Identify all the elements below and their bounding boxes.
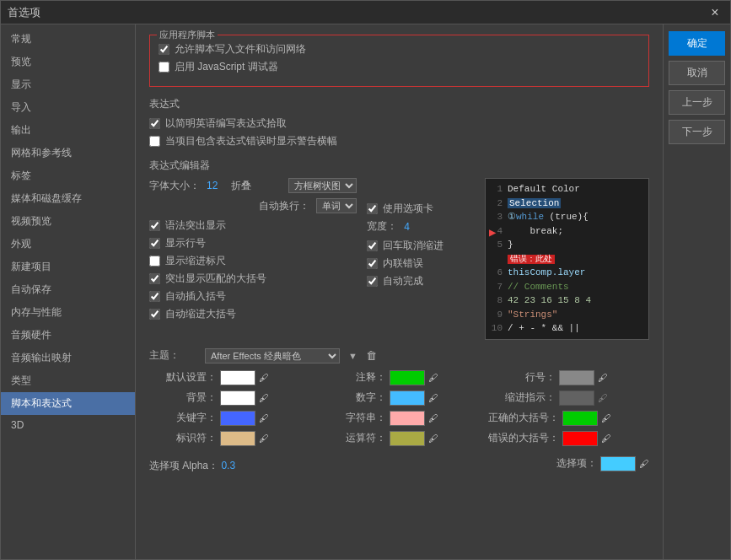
sidebar-item-video-preview[interactable]: 视频预览 (1, 210, 135, 233)
sidebar-item-new-project[interactable]: 新建项目 (1, 256, 135, 278)
bg-eyedropper[interactable]: 🖋 (259, 392, 269, 404)
next-button[interactable]: 下一步 (669, 120, 725, 144)
code-preview-container: 1 Default Color 2 Selection 3 ①while (tr… (485, 178, 649, 340)
auto-insert-label: 自动插入括号 (165, 289, 226, 304)
code-line-2: 2 Selection (491, 197, 643, 211)
linenum-eyedropper[interactable]: 🖋 (598, 372, 608, 384)
keyword-color-label: 关键字： (149, 411, 217, 425)
code-line-9: 9 "Strings" (491, 308, 643, 322)
sidebar-item-audio-output[interactable]: 音频输出映射 (1, 347, 135, 369)
sidebar-item-import[interactable]: 导入 (1, 96, 135, 119)
sidebar-item-memory[interactable]: 内存与性能 (1, 301, 135, 324)
selection-color-label: 选择项： (529, 456, 597, 471)
default-color-swatch[interactable] (220, 370, 255, 385)
sidebar-item-auto-save[interactable]: 自动保存 (1, 278, 135, 301)
sidebar-item-output[interactable]: 输出 (1, 119, 135, 142)
linenum-checkbox[interactable] (149, 238, 160, 249)
comment-eyedropper[interactable]: 🖋 (428, 372, 438, 384)
error-bracket-color-row: 错误的大括号： 🖋 (488, 431, 649, 446)
close-button[interactable]: × (707, 4, 723, 21)
sidebar-item-labels[interactable]: 标签 (1, 164, 135, 187)
error-bracket-eyedropper[interactable]: 🖋 (601, 433, 611, 444)
color-grid: 默认设置： 🖋 背景： 🖋 关键字： 🖋 (149, 370, 649, 451)
keyword-eyedropper[interactable]: 🖋 (259, 412, 269, 424)
correct-bracket-eyedropper[interactable]: 🖋 (601, 412, 611, 424)
tab-width-row: 宽度： 4 (367, 219, 475, 234)
selection-color-swatch[interactable] (600, 456, 636, 471)
bracket-checkbox[interactable] (149, 273, 160, 284)
sidebar-item-display[interactable]: 显示 (1, 73, 135, 96)
theme-dropdown-icon[interactable]: ▼ (348, 351, 357, 361)
cancel-button[interactable]: 取消 (669, 61, 725, 85)
keyword-color-swatch[interactable] (220, 411, 255, 426)
sidebar-item-audio-hardware[interactable]: 音频硬件 (1, 324, 135, 347)
editor-section-title: 表达式编辑器 (149, 159, 649, 173)
alpha-value: 0.3 (221, 460, 235, 471)
font-size-label: 字体大小： (149, 179, 200, 193)
indent-checkbox[interactable] (149, 256, 160, 267)
allow-write-row: 允许脚本写入文件和访问网络 (159, 42, 640, 57)
script-section-title: 应用程序脚本 (157, 29, 218, 41)
operator-color-swatch[interactable] (390, 431, 425, 446)
auto-insert-row: 自动插入括号 (149, 289, 357, 304)
enable-js-checkbox[interactable] (159, 62, 169, 73)
identifier-color-row: 标识符： 🖋 (149, 431, 310, 446)
content-area: 常规 预览 显示 导入 输出 网格和参考线 标签 媒体和磁盘缓存 视频预览 外观… (1, 24, 730, 559)
code-line-10: 10 / + - * && || (491, 321, 643, 336)
string-eyedropper[interactable]: 🖋 (428, 412, 438, 424)
allow-write-checkbox[interactable] (159, 44, 169, 55)
indent-color-swatch[interactable] (559, 390, 594, 406)
alpha-section: 选择项 Alpha： 0.3 (149, 459, 513, 473)
simple-english-checkbox[interactable] (149, 118, 160, 129)
allow-write-label: 允许脚本写入文件和访问网络 (175, 42, 306, 57)
sidebar-item-grid[interactable]: 网格和参考线 (1, 142, 135, 164)
identifier-color-label: 标识符： (149, 431, 217, 445)
number-color-label: 数字： (319, 390, 386, 405)
sidebar-item-preview[interactable]: 预览 (1, 51, 135, 73)
auto-complete-checkbox[interactable] (367, 276, 378, 287)
bracket-row: 突出显示匹配的大括号 (149, 272, 357, 286)
linenum-color-label: 行号： (488, 370, 556, 385)
error-bracket-color-swatch[interactable] (562, 431, 598, 446)
use-tab-checkbox[interactable] (367, 203, 378, 214)
sidebar-item-type[interactable]: 类型 (1, 369, 135, 392)
indent-color-label: 缩进指示： (488, 390, 556, 405)
auto-insert-checkbox[interactable] (149, 291, 160, 302)
string-color-swatch[interactable] (390, 411, 425, 426)
back-indent-checkbox[interactable] (367, 240, 378, 251)
linenum-color-swatch[interactable] (559, 370, 594, 385)
titlebar: 首选项 × (1, 1, 730, 24)
ok-button[interactable]: 确定 (669, 31, 725, 56)
auto-close-checkbox[interactable] (149, 309, 160, 320)
fold-label: 折叠 (231, 179, 282, 193)
sidebar-item-scripting[interactable]: 脚本和表达式 (1, 392, 135, 415)
indent-label: 显示缩进标尺 (165, 254, 226, 268)
operator-eyedropper[interactable]: 🖋 (428, 433, 438, 444)
code-line-error: 错误：此处 (491, 252, 643, 267)
syntax-checkbox[interactable] (149, 220, 160, 231)
sidebar-item-media[interactable]: 媒体和磁盘缓存 (1, 187, 135, 210)
prev-button[interactable]: 上一步 (669, 90, 725, 115)
auto-wrap-select[interactable]: 单词 (316, 198, 357, 213)
sidebar-item-general[interactable]: 常规 (1, 28, 135, 51)
default-eyedropper[interactable]: 🖋 (259, 372, 269, 384)
delete-theme-button[interactable]: 🗑 (366, 349, 377, 362)
number-color-swatch[interactable] (390, 390, 425, 406)
correct-bracket-color-swatch[interactable] (562, 411, 598, 426)
show-warning-checkbox[interactable] (149, 136, 160, 147)
number-eyedropper[interactable]: 🖋 (428, 392, 438, 404)
code-line-6: 6 thisComp.layer (491, 266, 643, 280)
identifier-eyedropper[interactable]: 🖋 (259, 433, 269, 444)
theme-select[interactable]: After Effects 经典暗色 (205, 348, 340, 363)
sidebar-item-3d[interactable]: 3D (1, 415, 135, 435)
identifier-color-swatch[interactable] (220, 431, 255, 446)
auto-complete-label: 自动完成 (383, 274, 423, 288)
bg-color-swatch[interactable] (220, 390, 255, 406)
code-line-8: 8 42 23 16 15 8 4 (491, 293, 643, 308)
sidebar-item-appearance[interactable]: 外观 (1, 233, 135, 256)
fold-select[interactable]: 方框树状图 (288, 178, 357, 193)
auto-wrap-row: 自动换行： 单词 (149, 198, 357, 213)
comment-color-swatch[interactable] (390, 370, 425, 385)
selection-eyedropper[interactable]: 🖋 (639, 458, 649, 470)
inline-error-checkbox[interactable] (367, 258, 378, 269)
